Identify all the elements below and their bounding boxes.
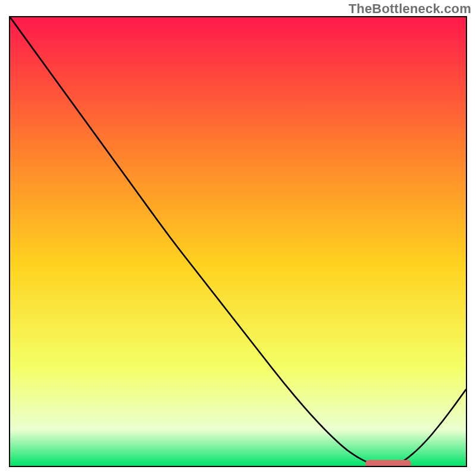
bottleneck-curve [10,17,466,466]
chart-stage: TheBottleneck.com [0,0,476,476]
curve-layer [10,17,466,466]
plot-area [9,16,467,467]
optimum-marker [365,460,411,467]
watermark-text: TheBottleneck.com [349,1,471,17]
